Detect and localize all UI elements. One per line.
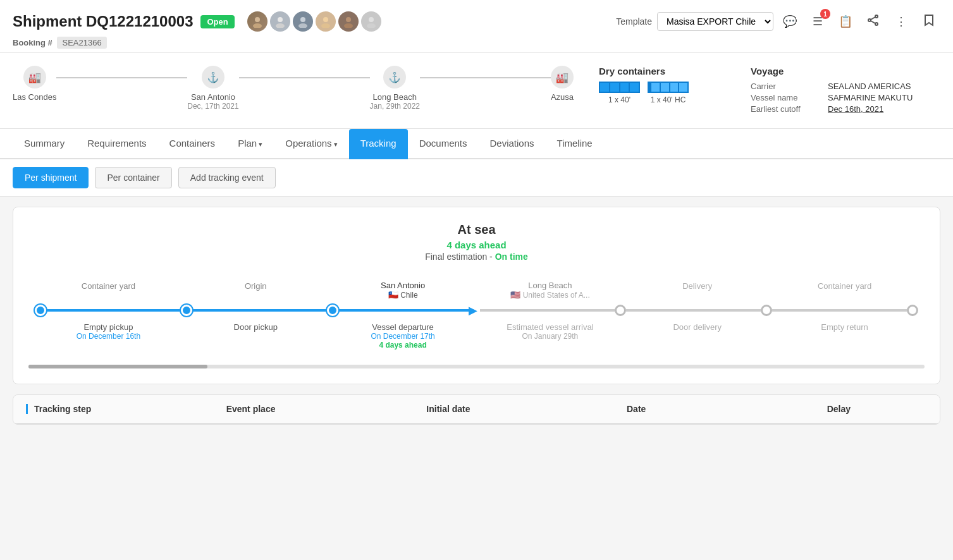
- tab-documents[interactable]: Documents: [408, 129, 479, 159]
- document-button[interactable]: 📋: [834, 10, 857, 33]
- avatar: [247, 11, 267, 32]
- scroll-bar-thumb: [28, 365, 207, 368]
- route-step-label: Azusa: [551, 92, 574, 102]
- shipment-title: Shipment DQ1221210003: [13, 13, 193, 30]
- at-sea-title: At sea: [28, 222, 925, 237]
- tab-timeline[interactable]: Timeline: [546, 129, 604, 159]
- share-icon: [868, 15, 879, 29]
- route-icon: 🏭: [23, 66, 46, 88]
- route-step-date: Dec, 17th 2021: [187, 102, 238, 111]
- svg-point-5: [298, 23, 307, 28]
- bookmark-button[interactable]: [918, 10, 940, 33]
- timeline-top-labels: Container yard Origin San Antonio 🇨🇱 Chi…: [35, 281, 918, 300]
- voyage-val: SEALAND AMERICAS: [828, 82, 911, 91]
- timeline-segment-done: [46, 309, 181, 312]
- svg-point-8: [346, 17, 351, 22]
- route-step-label: San Antonio: [191, 92, 235, 102]
- route-icon: ⚓: [383, 66, 406, 88]
- avatars: [247, 11, 381, 32]
- bottom-label-6: Empty return: [771, 322, 918, 350]
- chat-button[interactable]: 💬: [778, 10, 801, 33]
- timeline-container: Container yard Origin San Antonio 🇨🇱 Chi…: [28, 281, 925, 350]
- route-section: 🏭 Las Condes ⚓ San Antonio Dec, 17th 202…: [0, 53, 953, 129]
- more-button[interactable]: ⋮: [890, 10, 913, 33]
- voyage-row: Carrier SEALAND AMERICAS: [751, 82, 940, 91]
- list-button[interactable]: ☰ 1: [806, 10, 829, 33]
- route-icon: 🏭: [551, 66, 574, 88]
- avatar: [316, 11, 336, 32]
- voyage-val-cutoff: Dec 16th, 2021: [828, 104, 883, 114]
- timeline-node-3-current: [327, 305, 338, 316]
- tab-summary[interactable]: Summary: [13, 129, 76, 159]
- tab-plan[interactable]: Plan: [226, 129, 274, 159]
- svg-point-2: [278, 17, 283, 22]
- svg-point-1: [253, 23, 262, 28]
- share-button[interactable]: [862, 10, 885, 33]
- svg-line-16: [871, 21, 875, 23]
- voyage-val: SAFMARINE MAKUTU: [828, 93, 913, 102]
- tab-requirements[interactable]: Requirements: [76, 129, 157, 159]
- avatar: [270, 11, 290, 32]
- timeline-segment-pending-3: [772, 309, 907, 312]
- svg-point-14: [875, 23, 878, 25]
- sub-tab-per-shipment[interactable]: Per shipment: [13, 167, 89, 188]
- header: Shipment DQ1221210003 Open: [0, 0, 953, 53]
- top-label-long-beach: Long Beach 🇺🇸 United States of A...: [476, 281, 624, 300]
- tab-tracking[interactable]: Tracking: [349, 129, 408, 159]
- timeline-track: ▶: [35, 305, 918, 316]
- voyage-row: Vessel name SAFMARINE MAKUTU: [751, 93, 940, 102]
- svg-point-0: [255, 17, 260, 22]
- avatar: [338, 11, 359, 32]
- top-label-container-yard-end: Container yard: [771, 281, 918, 300]
- container-bar-visual: [599, 82, 640, 93]
- route-step: ⚓ San Antonio Dec, 17th 2021: [187, 66, 238, 111]
- tracking-card: At sea 4 days ahead Final estimation - O…: [13, 207, 940, 384]
- containers-info: Dry containers 1 x 40' 1 x 40' HC: [599, 66, 725, 116]
- container-bar-visual-hc: [648, 82, 689, 93]
- route-step-date: Jan, 29th 2022: [370, 102, 420, 111]
- timeline-node-2: [181, 305, 192, 316]
- svg-point-7: [321, 23, 330, 28]
- sub-tab-add-tracking[interactable]: Add tracking event: [178, 167, 276, 188]
- booking-number: SEA21366: [57, 37, 106, 49]
- route-timeline: 🏭 Las Condes ⚓ San Antonio Dec, 17th 202…: [13, 66, 574, 116]
- svg-point-6: [323, 17, 328, 22]
- at-sea-subtitle: 4 days ahead: [28, 240, 925, 250]
- voyage-row: Earliest cutoff Dec 16th, 2021: [751, 104, 940, 114]
- route-step: ⚓ Long Beach Jan, 29th 2022: [370, 66, 420, 111]
- on-time-label: On time: [495, 252, 528, 262]
- container-bar-label-hc: 1 x 40' HC: [651, 95, 686, 104]
- timeline-node-4-pending: [615, 305, 626, 316]
- tabs: Summary Requirements Containers Plan Ope…: [0, 129, 953, 159]
- avatar: [293, 11, 313, 32]
- top-label-container-yard: Container yard: [35, 281, 182, 300]
- template-select[interactable]: Masisa EXPORT Chile: [657, 12, 773, 31]
- containers-title: Dry containers: [599, 66, 725, 76]
- table-section: Tracking step Event place Initial date D…: [13, 394, 940, 425]
- container-bar-group: 1 x 40': [599, 82, 640, 104]
- sub-tab-per-container[interactable]: Per container: [95, 167, 171, 188]
- route-step-label: Long Beach: [373, 92, 417, 102]
- col-delay: Delay: [827, 404, 927, 414]
- svg-point-10: [369, 17, 374, 22]
- top-label-delivery: Delivery: [624, 281, 771, 300]
- container-bar-group: 1 x 40' HC: [648, 82, 689, 104]
- scroll-bar[interactable]: [28, 365, 925, 368]
- tab-containers[interactable]: Containers: [158, 129, 227, 159]
- container-bars: 1 x 40' 1 x 40' HC: [599, 82, 725, 104]
- route-step: 🏭 Azusa: [551, 66, 574, 102]
- table-header: Tracking step Event place Initial date D…: [13, 395, 940, 424]
- more-icon: ⋮: [895, 15, 907, 28]
- booking-label: Booking #: [13, 38, 52, 47]
- svg-point-9: [344, 23, 353, 28]
- tab-operations[interactable]: Operations: [274, 129, 348, 159]
- voyage-title: Voyage: [751, 66, 940, 76]
- timeline-segment-done-2: [192, 309, 327, 312]
- header-actions: Template Masisa EXPORT Chile 💬 ☰ 1 📋: [616, 10, 940, 33]
- svg-point-13: [868, 19, 871, 21]
- chat-icon: 💬: [783, 15, 797, 28]
- tab-deviations[interactable]: Deviations: [479, 129, 546, 159]
- voyage-key: Carrier: [751, 82, 820, 91]
- avatar: [361, 11, 381, 32]
- voyage-key: Earliest cutoff: [751, 104, 820, 114]
